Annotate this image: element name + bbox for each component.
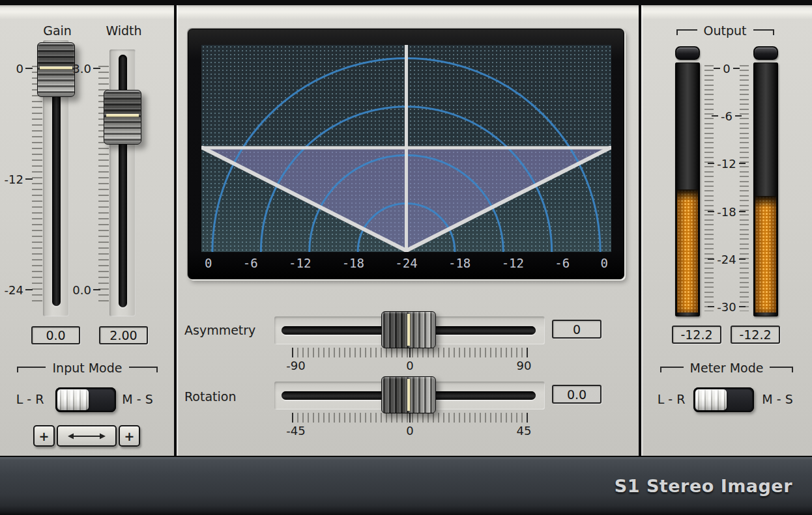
meter-scale-30: -30: [701, 301, 752, 313]
asymmetry-label: Asymmetry: [184, 323, 282, 337]
width-scale-0: 0.0: [66, 285, 100, 295]
asymmetry-tick-marks: [292, 348, 528, 357]
rotation-scale: -45 0 45: [292, 424, 528, 437]
vectorscope-db-scale: 0 -6 -12 -18 -24 -18 -12 -6 0: [201, 256, 611, 273]
meter-ticks-left-column: [704, 65, 714, 311]
meter-mode-toggle[interactable]: [693, 387, 754, 412]
meter-ticks-right-column: [740, 65, 749, 311]
asymmetry-scale: -90 0 90: [292, 359, 528, 372]
meter-scale-18: -18: [701, 206, 752, 217]
vectorscope-grid: [201, 45, 611, 252]
meter-scale-6: -6: [701, 110, 752, 122]
width-scale-3: 3.0: [66, 63, 100, 74]
nudge-right-button[interactable]: +: [119, 425, 140, 447]
meter-scale-12: -12: [701, 158, 752, 169]
width-value-box[interactable]: 2.00: [99, 326, 148, 344]
vectorscope-screen: 0 -6 -12 -18 -24 -18 -12 -6 0: [188, 29, 624, 279]
gain-scale-12: -12: [0, 174, 33, 184]
meter-left-level: [677, 189, 698, 313]
axis-lines: [201, 45, 611, 251]
plugin-title-bar: S1 Stereo Imager: [0, 456, 812, 515]
gain-tick-marks: [32, 66, 42, 305]
plugin-title: S1 Stereo Imager: [615, 476, 792, 496]
rotation-value-box[interactable]: 0.0: [552, 385, 602, 404]
meter-left-value-box[interactable]: -12.2: [672, 326, 721, 344]
gain-value-box[interactable]: 0.0: [31, 326, 80, 344]
asymmetry-slider-knob[interactable]: [381, 311, 436, 348]
nudge-left-button[interactable]: +: [33, 425, 55, 447]
input-mode-toggle[interactable]: [55, 387, 116, 412]
clip-led-left[interactable]: [675, 46, 700, 60]
meter-right-level: [755, 196, 776, 313]
gain-label: Gain: [31, 23, 83, 38]
vectorscope-graphics: [201, 45, 611, 252]
asymmetry-value-box[interactable]: 0: [552, 320, 602, 339]
output-meter-right: [753, 63, 778, 316]
toggle-handle[interactable]: [57, 389, 89, 410]
input-section-panel: Gain Width 0 -12 -24 3.0 0.0 0.0 2.00 In…: [0, 5, 174, 456]
output-header: Output: [665, 25, 785, 39]
meter-scale-24: -24: [701, 253, 752, 265]
output-meter-left: [675, 63, 700, 316]
input-mode-ms-label: M - S: [119, 392, 156, 406]
meter-mode-ms-label: M - S: [759, 392, 796, 406]
input-mode-lr-label: L - R: [12, 392, 48, 406]
rotation-tick-marks: [292, 413, 528, 423]
meter-scale-0: 0: [701, 63, 752, 74]
gain-scale-24: -24: [0, 285, 33, 295]
meter-mode-lr-label: L - R: [653, 392, 689, 406]
horizontal-arrow-icon: [67, 432, 106, 441]
width-label: Width: [98, 23, 150, 38]
gain-scale-0: 0: [0, 63, 33, 74]
display-section-panel: 0 -6 -12 -18 -24 -18 -12 -6 0 Asymmetry …: [177, 5, 639, 456]
input-mode-header: Input Mode: [9, 362, 166, 376]
pan-range-button[interactable]: [57, 425, 117, 447]
rotation-label: Rotation: [184, 389, 282, 404]
output-section-panel: Output 0 -6 -12 -18 -24 -30 -12.2 -12.2 …: [641, 5, 812, 456]
rotation-slider-knob[interactable]: [381, 376, 436, 413]
clip-led-right[interactable]: [753, 46, 778, 60]
toggle-handle[interactable]: [695, 389, 727, 410]
width-fader-knob[interactable]: [104, 90, 141, 145]
meter-right-value-box[interactable]: -12.2: [731, 326, 780, 344]
meter-mode-header: Meter Mode: [652, 362, 802, 376]
s1-stereo-imager-window: Gain Width 0 -12 -24 3.0 0.0 0.0 2.00 In…: [0, 0, 812, 515]
